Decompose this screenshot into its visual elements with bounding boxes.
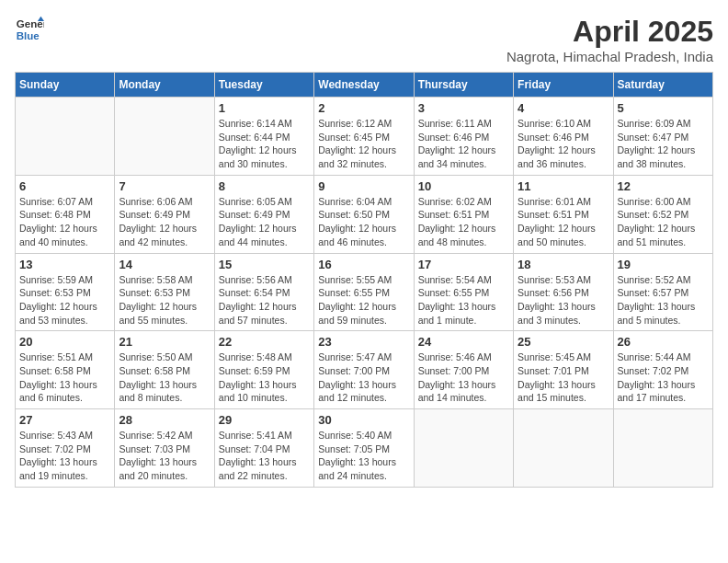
day-detail: Sunrise: 5:50 AMSunset: 6:58 PMDaylight:… xyxy=(119,350,210,405)
day-detail: Sunrise: 5:55 AMSunset: 6:55 PMDaylight:… xyxy=(318,273,409,327)
day-detail: Sunrise: 5:56 AMSunset: 6:54 PMDaylight:… xyxy=(219,273,310,327)
day-cell: 6Sunrise: 6:07 AMSunset: 6:48 PMDaylight… xyxy=(16,175,115,253)
day-number: 13 xyxy=(19,258,110,271)
day-detail: Sunrise: 6:07 AMSunset: 6:48 PMDaylight:… xyxy=(19,195,110,249)
day-number: 22 xyxy=(219,335,310,349)
day-detail: Sunrise: 6:12 AMSunset: 6:45 PMDaylight:… xyxy=(318,117,409,171)
day-detail: Sunrise: 6:02 AMSunset: 6:51 PMDaylight:… xyxy=(418,195,509,249)
day-cell: 26Sunrise: 5:44 AMSunset: 7:02 PMDayligh… xyxy=(613,331,712,409)
day-detail: Sunrise: 6:11 AMSunset: 6:46 PMDaylight:… xyxy=(418,117,509,171)
day-number: 12 xyxy=(618,179,709,193)
day-detail: Sunrise: 5:42 AMSunset: 7:03 PMDaylight:… xyxy=(119,429,210,483)
day-number: 16 xyxy=(318,258,409,271)
day-cell: 23Sunrise: 5:47 AMSunset: 7:00 PMDayligh… xyxy=(314,331,414,409)
header-monday: Monday xyxy=(115,73,214,98)
header-sunday: Sunday xyxy=(16,73,115,98)
day-cell: 7Sunrise: 6:06 AMSunset: 6:49 PMDaylight… xyxy=(115,175,214,253)
day-cell: 2Sunrise: 6:12 AMSunset: 6:45 PMDaylight… xyxy=(314,98,414,176)
day-cell xyxy=(115,98,214,176)
day-number: 20 xyxy=(19,335,110,349)
day-cell: 28Sunrise: 5:42 AMSunset: 7:03 PMDayligh… xyxy=(115,409,214,488)
day-cell xyxy=(613,409,712,488)
week-row-2: 6Sunrise: 6:07 AMSunset: 6:48 PMDaylight… xyxy=(16,175,713,253)
day-detail: Sunrise: 6:01 AMSunset: 6:51 PMDaylight:… xyxy=(518,195,609,249)
day-detail: Sunrise: 5:45 AMSunset: 7:01 PMDaylight:… xyxy=(518,350,609,405)
day-cell: 10Sunrise: 6:02 AMSunset: 6:51 PMDayligh… xyxy=(414,175,513,253)
header-tuesday: Tuesday xyxy=(214,73,313,98)
logo: General Blue xyxy=(15,15,44,44)
week-row-5: 27Sunrise: 5:43 AMSunset: 7:02 PMDayligh… xyxy=(16,409,713,488)
day-number: 28 xyxy=(119,413,210,427)
day-number: 14 xyxy=(119,258,210,271)
day-detail: Sunrise: 5:54 AMSunset: 6:55 PMDaylight:… xyxy=(418,273,509,327)
day-number: 23 xyxy=(318,335,409,349)
day-number: 17 xyxy=(418,258,509,271)
header-friday: Friday xyxy=(514,73,613,98)
day-cell: 3Sunrise: 6:11 AMSunset: 6:46 PMDaylight… xyxy=(414,98,513,176)
day-detail: Sunrise: 5:40 AMSunset: 7:05 PMDaylight:… xyxy=(318,429,409,483)
day-number: 7 xyxy=(119,179,210,193)
day-cell xyxy=(514,409,613,488)
day-detail: Sunrise: 5:59 AMSunset: 6:53 PMDaylight:… xyxy=(19,273,110,327)
day-detail: Sunrise: 5:43 AMSunset: 7:02 PMDaylight:… xyxy=(19,429,110,483)
logo-icon: General Blue xyxy=(15,15,44,44)
day-cell: 24Sunrise: 5:46 AMSunset: 7:00 PMDayligh… xyxy=(414,331,513,409)
day-number: 8 xyxy=(219,179,310,193)
day-number: 1 xyxy=(219,101,310,115)
day-cell: 20Sunrise: 5:51 AMSunset: 6:58 PMDayligh… xyxy=(16,331,115,409)
day-cell: 5Sunrise: 6:09 AMSunset: 6:47 PMDaylight… xyxy=(613,98,712,176)
day-detail: Sunrise: 6:05 AMSunset: 6:49 PMDaylight:… xyxy=(219,195,310,249)
day-detail: Sunrise: 6:04 AMSunset: 6:50 PMDaylight:… xyxy=(318,195,409,249)
day-detail: Sunrise: 5:53 AMSunset: 6:56 PMDaylight:… xyxy=(518,273,609,327)
subtitle: Nagrota, Himachal Pradesh, India xyxy=(506,49,713,64)
day-number: 18 xyxy=(518,258,609,271)
day-number: 6 xyxy=(19,179,110,193)
day-detail: Sunrise: 6:10 AMSunset: 6:46 PMDaylight:… xyxy=(518,117,609,171)
day-detail: Sunrise: 6:14 AMSunset: 6:44 PMDaylight:… xyxy=(219,117,310,171)
page-header: General Blue April 2025 Nagrota, Himacha… xyxy=(15,15,713,64)
day-number: 21 xyxy=(119,335,210,349)
day-number: 4 xyxy=(518,101,609,115)
day-cell xyxy=(16,98,115,176)
day-number: 15 xyxy=(219,258,310,271)
day-cell: 1Sunrise: 6:14 AMSunset: 6:44 PMDaylight… xyxy=(214,98,313,176)
title-block: April 2025 Nagrota, Himachal Pradesh, In… xyxy=(506,15,713,64)
day-cell: 27Sunrise: 5:43 AMSunset: 7:02 PMDayligh… xyxy=(16,409,115,488)
day-cell: 12Sunrise: 6:00 AMSunset: 6:52 PMDayligh… xyxy=(613,175,712,253)
week-row-1: 1Sunrise: 6:14 AMSunset: 6:44 PMDaylight… xyxy=(16,98,713,176)
day-cell: 4Sunrise: 6:10 AMSunset: 6:46 PMDaylight… xyxy=(514,98,613,176)
day-detail: Sunrise: 5:46 AMSunset: 7:00 PMDaylight:… xyxy=(418,350,509,405)
day-cell: 25Sunrise: 5:45 AMSunset: 7:01 PMDayligh… xyxy=(514,331,613,409)
header-saturday: Saturday xyxy=(613,73,712,98)
day-number: 30 xyxy=(318,413,409,427)
calendar-table: Sunday Monday Tuesday Wednesday Thursday… xyxy=(15,72,713,488)
day-detail: Sunrise: 5:51 AMSunset: 6:58 PMDaylight:… xyxy=(19,350,110,405)
weekday-header-row: Sunday Monday Tuesday Wednesday Thursday… xyxy=(16,73,713,98)
day-cell: 8Sunrise: 6:05 AMSunset: 6:49 PMDaylight… xyxy=(214,175,313,253)
day-number: 29 xyxy=(219,413,310,427)
day-cell xyxy=(414,409,513,488)
day-cell: 17Sunrise: 5:54 AMSunset: 6:55 PMDayligh… xyxy=(414,253,513,331)
week-row-4: 20Sunrise: 5:51 AMSunset: 6:58 PMDayligh… xyxy=(16,331,713,409)
day-number: 9 xyxy=(318,179,409,193)
day-detail: Sunrise: 5:58 AMSunset: 6:53 PMDaylight:… xyxy=(119,273,210,327)
day-cell: 30Sunrise: 5:40 AMSunset: 7:05 PMDayligh… xyxy=(314,409,414,488)
day-cell: 11Sunrise: 6:01 AMSunset: 6:51 PMDayligh… xyxy=(514,175,613,253)
day-detail: Sunrise: 5:47 AMSunset: 7:00 PMDaylight:… xyxy=(318,350,409,405)
header-thursday: Thursday xyxy=(414,73,513,98)
week-row-3: 13Sunrise: 5:59 AMSunset: 6:53 PMDayligh… xyxy=(16,253,713,331)
day-detail: Sunrise: 5:48 AMSunset: 6:59 PMDaylight:… xyxy=(219,350,310,405)
day-number: 24 xyxy=(418,335,509,349)
day-cell: 9Sunrise: 6:04 AMSunset: 6:50 PMDaylight… xyxy=(314,175,414,253)
day-cell: 16Sunrise: 5:55 AMSunset: 6:55 PMDayligh… xyxy=(314,253,414,331)
day-number: 10 xyxy=(418,179,509,193)
day-number: 19 xyxy=(618,258,709,271)
day-detail: Sunrise: 6:09 AMSunset: 6:47 PMDaylight:… xyxy=(618,117,709,171)
day-cell: 19Sunrise: 5:52 AMSunset: 6:57 PMDayligh… xyxy=(613,253,712,331)
day-cell: 14Sunrise: 5:58 AMSunset: 6:53 PMDayligh… xyxy=(115,253,214,331)
main-title: April 2025 xyxy=(506,15,713,49)
day-number: 5 xyxy=(618,101,709,115)
day-detail: Sunrise: 5:44 AMSunset: 7:02 PMDaylight:… xyxy=(618,350,709,405)
day-number: 2 xyxy=(318,101,409,115)
day-number: 25 xyxy=(518,335,609,349)
